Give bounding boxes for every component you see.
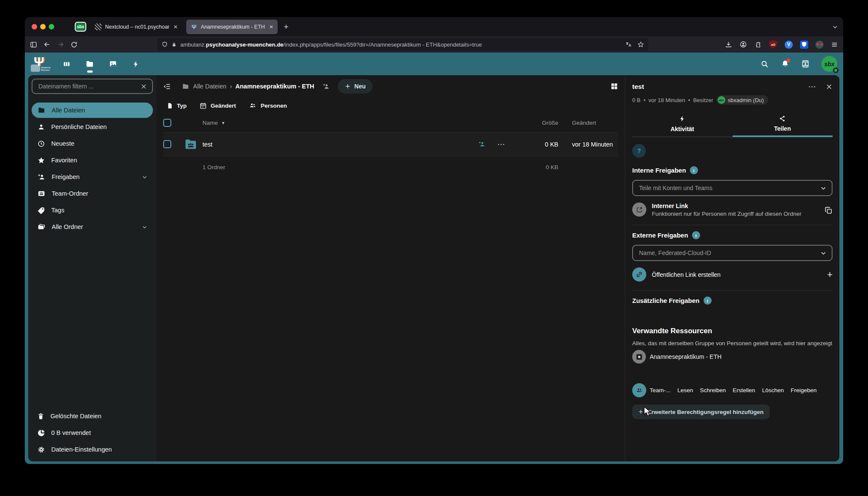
grid-view-toggle-icon[interactable] — [610, 82, 618, 90]
sidebar-item-personal-files[interactable]: Persönliche Dateien — [32, 119, 153, 135]
external-share-combobox[interactable] — [632, 245, 833, 261]
extension-mask-icon[interactable] — [815, 41, 824, 49]
back-button[interactable] — [43, 41, 51, 48]
sidebar-item-favorites[interactable]: Favoriten — [32, 153, 153, 168]
close-window-button[interactable] — [32, 24, 37, 29]
internal-link-row[interactable]: Interner Link Funktioniert nur für Perso… — [632, 203, 833, 218]
forward-button[interactable] — [57, 41, 65, 48]
reload-button[interactable] — [70, 41, 78, 48]
select-all-checkbox[interactable] — [163, 119, 171, 127]
info-icon[interactable]: i — [692, 231, 700, 239]
tab-activity[interactable]: Aktivität — [632, 115, 733, 137]
perm-share[interactable]: Freigeben — [791, 387, 817, 393]
owner-pill[interactable]: sbx sbxadmin (Du) — [716, 95, 768, 105]
breadcrumb-root[interactable]: Alle Dateien — [193, 83, 226, 90]
tab-anamnesepraktikum[interactable]: Ψ Anamnesepraktikum - ETH - All ✕ — [186, 20, 278, 34]
bookmark-star-icon[interactable] — [637, 41, 644, 48]
sidebar-item-recent[interactable]: Neueste — [32, 136, 153, 151]
chevron-down-icon[interactable] — [142, 174, 147, 180]
create-public-link-row[interactable]: Öffentlichen Link erstellen + — [632, 267, 833, 282]
tab-sharing[interactable]: Teilen — [733, 115, 833, 137]
sidebar-item-shares[interactable]: Freigaben — [32, 169, 153, 185]
collapse-sidebar-icon[interactable] — [163, 83, 171, 90]
team-permissions-row[interactable]: Team-... Lesen Schreiben Erstellen Lösch… — [632, 383, 833, 397]
info-icon[interactable]: i — [690, 166, 698, 174]
internal-share-input[interactable] — [638, 184, 820, 192]
sidebar-toggle-icon[interactable] — [30, 41, 37, 48]
minimize-window-button[interactable] — [40, 24, 46, 29]
sidebar-item-files-settings[interactable]: Dateien-Einstellungen — [32, 442, 153, 457]
sharing-help-button[interactable]: ? — [632, 144, 646, 158]
filter-chip-people[interactable]: Personen — [249, 102, 287, 109]
app-activity-icon[interactable] — [131, 60, 141, 68]
sidebar-item-team-folders[interactable]: Team-Ordner — [32, 186, 153, 201]
app-dashboard-icon[interactable] — [62, 60, 72, 68]
perm-read[interactable]: Lesen — [677, 387, 693, 393]
sort-arrow-icon: ▼ — [221, 121, 225, 125]
filter-chip-type[interactable]: Typ — [167, 102, 187, 109]
chevron-down-icon[interactable] — [142, 224, 147, 230]
file-row-test[interactable]: test ⋯ 0 KB vor 18 Minuten — [163, 132, 618, 156]
lock-icon[interactable] — [171, 41, 177, 48]
zoom-window-button[interactable] — [49, 24, 54, 29]
tracking-protection-shield-icon[interactable] — [161, 41, 168, 48]
filename-filter-input[interactable] — [38, 82, 141, 90]
related-resources-heading: Verwandte Ressourcen — [632, 327, 833, 335]
row-actions-menu-icon[interactable]: ⋯ — [497, 140, 505, 149]
new-button[interactable]: Neu — [338, 79, 372, 94]
perm-write[interactable]: Schreiben — [700, 387, 726, 393]
team-group-icon[interactable] — [632, 383, 646, 397]
tab-nextcloud[interactable]: Nextcloud – nc01.psychoanalyse ✕ — [91, 20, 182, 34]
chevron-down-icon[interactable] — [820, 185, 827, 191]
perm-create[interactable]: Erstellen — [733, 387, 755, 393]
translate-icon[interactable] — [625, 41, 632, 48]
contacts-icon[interactable] — [801, 59, 809, 68]
perm-delete[interactable]: Löschen — [762, 387, 784, 393]
extension-bitwarden-icon[interactable] — [800, 41, 808, 49]
share-folder-icon[interactable] — [322, 83, 330, 90]
nextcloud-logo[interactable]: Ψ AkademieMünchen — [31, 55, 50, 73]
address-bar[interactable]: ambulanz.psychoanalyse-muenchen.de/index… — [157, 38, 648, 51]
add-public-link-button[interactable]: + — [827, 269, 833, 280]
menu-hamburger-icon[interactable] — [831, 41, 838, 48]
tab-close-icon[interactable]: ✕ — [173, 24, 178, 30]
breadcrumb-current[interactable]: Anamnesepraktikum - ETH — [235, 83, 314, 90]
account-icon[interactable] — [739, 41, 747, 48]
column-header-size[interactable]: Größe — [516, 120, 558, 126]
filename-filter-field[interactable] — [32, 79, 153, 94]
row-share-icon[interactable] — [478, 141, 486, 148]
internal-share-combobox[interactable] — [632, 180, 833, 196]
column-header-modified[interactable]: Geändert — [558, 120, 618, 126]
downloads-icon[interactable] — [725, 41, 732, 48]
panel-close-icon[interactable] — [826, 83, 833, 90]
extension-ublock-icon[interactable]: uO — [769, 40, 777, 49]
filter-chip-modified[interactable]: Geändert — [199, 102, 236, 109]
panel-menu-icon[interactable]: ⋯ — [808, 82, 816, 91]
sidebar-item-tags[interactable]: Tags — [32, 203, 153, 218]
user-avatar[interactable]: sbx — [821, 56, 837, 72]
file-name[interactable]: test — [202, 141, 460, 148]
sidebar-item-all-files[interactable]: Alle Dateien — [32, 103, 153, 118]
external-share-input[interactable] — [638, 249, 820, 257]
related-resource-item[interactable]: Anamnesepraktikum - ETH — [632, 350, 833, 364]
folder-icon — [182, 83, 190, 90]
new-tab-button[interactable]: + — [284, 22, 288, 32]
copy-link-icon[interactable] — [824, 206, 833, 214]
chevron-down-icon[interactable] — [820, 250, 827, 256]
sidebar-item-deleted-files[interactable]: Gelöschte Dateien — [32, 408, 153, 424]
row-checkbox[interactable] — [163, 140, 171, 148]
tab-overflow-chevron-icon[interactable] — [832, 24, 838, 30]
internal-shares-heading: Interne Freigaben i — [632, 166, 833, 174]
notifications-bell-icon[interactable] — [781, 59, 789, 68]
search-icon[interactable] — [760, 60, 769, 68]
app-files-icon[interactable] — [85, 60, 95, 68]
info-icon[interactable]: i — [704, 296, 712, 305]
app-photos-icon[interactable] — [108, 60, 118, 68]
tab-close-icon[interactable]: ✕ — [269, 24, 273, 30]
extension-v-icon[interactable]: V — [785, 41, 793, 49]
column-header-name[interactable]: Name▼ — [202, 120, 460, 126]
clear-filter-icon[interactable] — [141, 83, 147, 90]
sidebar-item-all-folders[interactable]: Alle Ordner — [32, 219, 153, 235]
sidebar-item-quota[interactable]: 0 B verwendet — [32, 425, 153, 440]
extensions-puzzle-icon[interactable] — [754, 41, 762, 48]
